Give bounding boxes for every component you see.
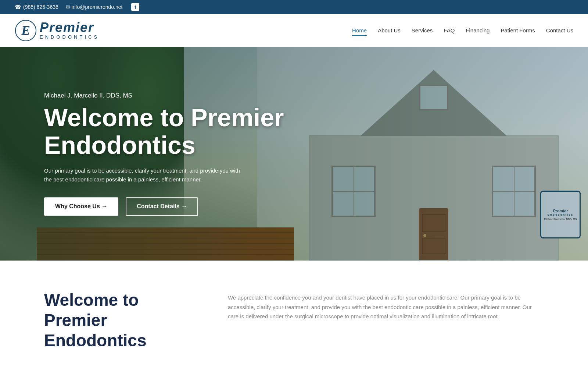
nav-link-services[interactable]: Services — [412, 26, 433, 35]
hero-content: Michael J. Marcello II, DDS, MS Welcome … — [44, 92, 301, 216]
nav-link-contact[interactable]: Contact Us — [546, 26, 573, 35]
why-choose-us-button[interactable]: Why Choose Us → — [44, 197, 118, 216]
hero-title: Welcome to Premier Endodontics — [44, 104, 301, 159]
welcome-left: Welcome to Premier Endodontics — [44, 290, 198, 351]
facebook-icon: f — [131, 3, 139, 11]
email-icon — [66, 4, 72, 10]
logo-text: Premier Endodontics — [40, 21, 99, 40]
hero-section: Premier Endodontics Michael Marcello, DD… — [0, 47, 588, 261]
nav-item-services[interactable]: Services — [412, 27, 433, 34]
nav-link-about[interactable]: About Us — [378, 26, 401, 35]
hero-buttons: Why Choose Us → Contact Details → — [44, 197, 301, 216]
phone-icon — [15, 4, 21, 10]
nav-item-about[interactable]: About Us — [378, 27, 401, 34]
logo-premier: Premier — [40, 21, 99, 34]
nav-link-home[interactable]: Home — [352, 26, 367, 36]
welcome-section: Welcome to Premier Endodontics We apprec… — [0, 261, 588, 368]
svg-text:E: E — [21, 23, 30, 38]
welcome-title-line2: Premier Endodontics — [44, 311, 147, 350]
contact-details-button[interactable]: Contact Details → — [126, 197, 198, 216]
logo-icon: E — [15, 20, 37, 42]
welcome-title: Welcome to Premier Endodontics — [44, 290, 198, 351]
nav-link-patient-forms[interactable]: Patient Forms — [501, 26, 535, 35]
welcome-title-line1: Welcome to — [44, 290, 139, 309]
phone-number: (985) 625-3636 — [23, 4, 58, 10]
welcome-right: We appreciate the confidence you and you… — [228, 290, 544, 321]
nav-item-home[interactable]: Home — [352, 27, 367, 34]
main-nav: E Premier Endodontics Home About Us Serv… — [0, 14, 588, 47]
nav-links: Home About Us Services FAQ Financing Pat… — [352, 27, 573, 34]
nav-link-faq[interactable]: FAQ — [444, 26, 455, 35]
email-address: info@premierendo.net — [72, 4, 123, 10]
email-link[interactable]: info@premierendo.net — [66, 4, 123, 10]
nav-item-faq[interactable]: FAQ — [444, 27, 455, 34]
hero-subtitle: Michael J. Marcello II, DDS, MS — [44, 92, 301, 99]
nav-item-contact[interactable]: Contact Us — [546, 27, 573, 34]
logo-endodontics: Endodontics — [40, 34, 99, 40]
phone-display: (985) 625-3636 — [15, 4, 58, 10]
welcome-text: We appreciate the confidence you and you… — [228, 293, 544, 321]
nav-link-financing[interactable]: Financing — [466, 26, 490, 35]
facebook-link[interactable]: f — [130, 3, 139, 11]
hero-description: Our primary goal is to be accessible, cl… — [44, 166, 246, 184]
top-bar: (985) 625-3636 info@premierendo.net f — [0, 0, 588, 14]
nav-item-financing[interactable]: Financing — [466, 27, 490, 34]
logo[interactable]: E Premier Endodontics — [15, 20, 99, 42]
nav-item-patient-forms[interactable]: Patient Forms — [501, 27, 535, 34]
